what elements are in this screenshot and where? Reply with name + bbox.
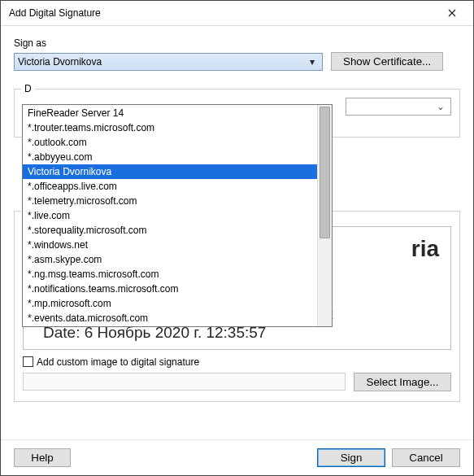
sign-as-option[interactable]: *.outlook.com [23,135,317,150]
titlebar: Add Digital Signature [1,1,473,26]
sign-as-option[interactable]: *.notifications.teams.microsoft.com [23,282,317,296]
sign-as-option[interactable]: Victoria Dvornikova [23,164,317,179]
cancel-button[interactable]: Cancel [392,448,460,467]
window-title: Add Digital Signature [9,7,101,19]
chevron-down-icon: ▾ [306,56,319,68]
middle-fieldset-legend: D [21,83,35,94]
sign-as-option[interactable]: FineReader Server 14 [23,106,317,120]
sign-as-option[interactable]: *.live.com [23,208,317,223]
sign-as-option[interactable]: *.officeapps.live.com [23,179,317,194]
sign-as-option[interactable]: *.ng.msg.teams.microsoft.com [23,267,317,282]
sign-as-option[interactable]: *.events.data.microsoft.com [23,311,317,325]
middle-combo[interactable]: ⌄ [346,98,451,116]
help-button[interactable]: Help [14,448,71,467]
sign-as-option[interactable]: *.storequality.microsoft.com [23,223,317,238]
sign-as-group: Sign as Victoria Dvornikova ▾ Show Certi… [14,37,460,71]
dialog-footer: Help Sign Cancel [1,439,473,475]
close-icon [448,9,456,17]
sign-button[interactable]: Sign [317,448,385,467]
sign-as-dropdown-list[interactable]: FineReader Server 14*.trouter.teams.micr… [22,104,333,327]
dialog-body: Sign as Victoria Dvornikova ▾ Show Certi… [1,26,473,439]
close-button[interactable] [437,2,467,24]
sign-as-combo[interactable]: Victoria Dvornikova ▾ [14,53,323,71]
dialog-add-digital-signature: Add Digital Signature Sign as Victoria D… [0,0,474,476]
sign-as-option[interactable]: *.mp.microsoft.com [23,296,317,311]
custom-image-checkbox-row: Add custom image to digital signature [23,356,451,368]
chevron-down-icon: ⌄ [434,101,447,112]
sign-as-option[interactable]: *.windows.net [23,238,317,252]
show-certificate-button[interactable]: Show Certificate... [331,52,443,71]
dropdown-scrollbar[interactable] [317,105,332,326]
sign-as-option[interactable]: *.abbyyeu.com [23,150,317,164]
sign-as-combo-value: Victoria Dvornikova [18,56,306,68]
dropdown-scroll-thumb[interactable] [320,107,330,238]
sign-as-option[interactable]: *.trouter.teams.microsoft.com [23,120,317,135]
sign-as-option[interactable]: *.asm.skype.com [23,252,317,267]
sign-as-label: Sign as [14,37,46,49]
custom-image-path-input[interactable] [23,373,346,391]
custom-image-checkbox[interactable] [23,356,33,367]
custom-image-checkbox-label: Add custom image to digital signature [37,356,199,368]
select-image-button[interactable]: Select Image... [354,373,451,391]
sign-as-option[interactable]: *.telemetry.microsoft.com [23,194,317,208]
